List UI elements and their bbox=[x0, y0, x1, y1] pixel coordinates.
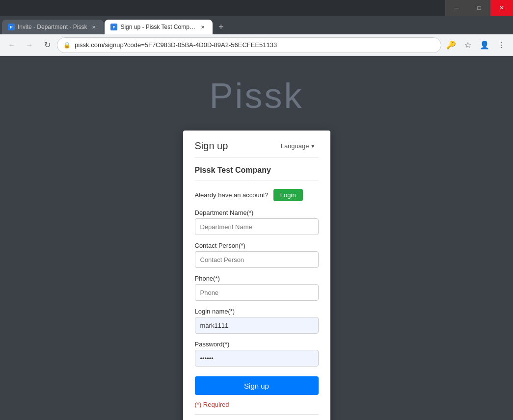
menu-icon[interactable]: ⋮ bbox=[493, 37, 509, 53]
department-name-input[interactable] bbox=[195, 218, 319, 235]
login-name-group: Login name(*) bbox=[195, 308, 319, 334]
phone-group: Phone(*) bbox=[195, 275, 319, 301]
close-button[interactable]: ✕ bbox=[490, 0, 513, 16]
tab-1-close[interactable]: ✕ bbox=[90, 23, 98, 31]
card-header: Sign up Language ▾ bbox=[195, 140, 319, 158]
contact-person-input[interactable] bbox=[195, 251, 319, 268]
department-name-label: Department Name(*) bbox=[195, 209, 319, 216]
language-button[interactable]: Language ▾ bbox=[277, 140, 319, 152]
signup-button[interactable]: Sign up bbox=[195, 376, 319, 395]
password-input[interactable] bbox=[195, 350, 319, 367]
company-name: Pissk Test Company bbox=[195, 166, 319, 181]
account-prompt: Aleardy have an account? bbox=[195, 191, 269, 199]
language-label: Language bbox=[281, 142, 309, 150]
required-note: (*) Required bbox=[195, 401, 319, 415]
title-bar-controls: ─ □ ✕ bbox=[445, 0, 513, 16]
address-text: pissk.com/signup?code=5F7C983D-05BA-4D0D… bbox=[75, 41, 435, 49]
tab-1-label: Invite - Department - Pissk bbox=[18, 24, 87, 30]
password-label: Password(*) bbox=[195, 341, 319, 348]
reload-button[interactable]: ↻ bbox=[39, 37, 55, 53]
tab-2-label: Sign up - Pissk Test Company bbox=[120, 24, 196, 30]
page-content: Pissk Sign up Language ▾ Pissk Test Comp… bbox=[0, 56, 513, 420]
brand-title: Pissk bbox=[209, 76, 303, 116]
account-row: Aleardy have an account? Login bbox=[195, 189, 319, 201]
nav-right-icons: 🔑 ☆ 👤 ⋮ bbox=[443, 37, 509, 53]
nav-bar: ← → ↻ 🔒 pissk.com/signup?code=5F7C983D-0… bbox=[0, 34, 513, 56]
new-tab-button[interactable]: + bbox=[214, 20, 228, 34]
address-bar[interactable]: 🔒 pissk.com/signup?code=5F7C983D-05BA-4D… bbox=[57, 37, 441, 53]
signup-card: Sign up Language ▾ Pissk Test Company Al… bbox=[183, 131, 330, 420]
login-name-input[interactable] bbox=[195, 317, 319, 334]
phone-input[interactable] bbox=[195, 284, 319, 301]
card-title: Sign up bbox=[195, 140, 228, 152]
contact-person-label: Contact Person(*) bbox=[195, 242, 319, 249]
forward-button[interactable]: → bbox=[22, 37, 37, 53]
key-icon[interactable]: 🔑 bbox=[443, 37, 459, 53]
minimize-button[interactable]: ─ bbox=[445, 0, 468, 16]
login-name-label: Login name(*) bbox=[195, 308, 319, 315]
tab-2-favicon: P bbox=[110, 24, 117, 30]
phone-label: Phone(*) bbox=[195, 275, 319, 282]
tab-1[interactable]: P Invite - Department - Pissk ✕ bbox=[2, 20, 104, 34]
department-name-group: Department Name(*) bbox=[195, 209, 319, 235]
login-button[interactable]: Login bbox=[273, 189, 303, 201]
bookmark-icon[interactable]: ☆ bbox=[460, 37, 476, 53]
tab-2-close[interactable]: ✕ bbox=[199, 23, 207, 31]
tabs-bar: P Invite - Department - Pissk ✕ P Sign u… bbox=[0, 16, 513, 34]
password-group: Password(*) bbox=[195, 341, 319, 367]
chevron-down-icon: ▾ bbox=[311, 142, 315, 150]
tab-1-favicon: P bbox=[8, 24, 15, 30]
profile-icon[interactable]: 👤 bbox=[477, 37, 492, 53]
contact-person-group: Contact Person(*) bbox=[195, 242, 319, 268]
title-bar: ─ □ ✕ bbox=[0, 0, 513, 16]
maximize-button[interactable]: □ bbox=[468, 0, 490, 16]
lock-icon: 🔒 bbox=[63, 42, 71, 49]
back-button[interactable]: ← bbox=[4, 37, 20, 53]
tab-2[interactable]: P Sign up - Pissk Test Company ✕ bbox=[105, 20, 213, 34]
